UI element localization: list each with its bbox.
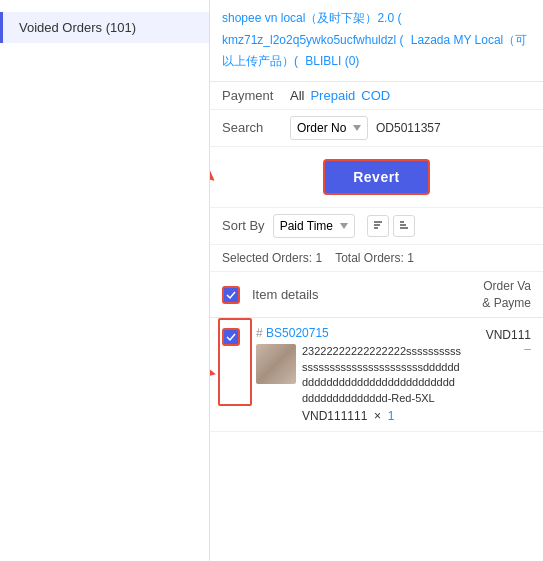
platform-link-shopee[interactable]: shopee vn local（及时下架）2.0 ( <box>222 11 401 25</box>
item-qty: 1 <box>388 409 395 423</box>
sidebar: Voided Orders (101) <box>0 0 210 561</box>
payment-prepaid[interactable]: Prepaid <box>310 88 355 103</box>
item-thumb-image <box>256 344 296 384</box>
payment-cod[interactable]: COD <box>361 88 390 103</box>
sort-select[interactable]: Paid Time <box>273 214 355 238</box>
header-checkbox-col <box>222 286 252 304</box>
order-hash: # <box>256 326 263 340</box>
payment-label: Payment <box>222 88 282 103</box>
total-orders: Total Orders: 1 <box>335 251 414 265</box>
sort-asc-button[interactable] <box>367 215 389 237</box>
revert-arrow <box>210 147 230 207</box>
header-order-value: Order Va & Payme <box>461 278 531 312</box>
table-header: Item details Order Va & Payme <box>210 272 543 319</box>
search-type-select[interactable]: Order No <box>290 116 368 140</box>
search-filter-row: Search Order No OD5011357 <box>210 110 543 147</box>
sidebar-item-label: Voided Orders (101) <box>19 20 136 35</box>
sidebar-item-voided-orders[interactable]: Voided Orders (101) <box>0 12 209 43</box>
header-payment-text: & Payme <box>482 296 531 310</box>
sort-label: Sort By <box>222 218 265 233</box>
header-order-val-text: Order Va <box>483 279 531 293</box>
item-name: 23222222222222222sssssssssssssssssssssss… <box>302 344 461 406</box>
order-id: # BS5020715 <box>256 326 461 340</box>
sort-icons <box>367 215 415 237</box>
search-label: Search <box>222 120 282 135</box>
order-id-value: BS5020715 <box>266 326 329 340</box>
order-vnd-dash: – <box>461 342 531 356</box>
revert-section: Revert revert orders <box>210 147 543 208</box>
header-item-details: Item details <box>252 287 461 302</box>
order-vnd-amount: VND111 <box>461 328 531 342</box>
header-checkbox[interactable] <box>222 286 240 304</box>
item-info: 23222222222222222sssssssssssssssssssssss… <box>302 344 461 423</box>
item-price-value: VND111111 <box>302 409 367 423</box>
sort-desc-button[interactable] <box>393 215 415 237</box>
selected-orders: Selected Orders: 1 <box>222 251 322 265</box>
sort-row: Sort By Paid Time <box>210 208 543 245</box>
table-area: # BS5020715 23222222222222222sssssssssss… <box>210 318 543 432</box>
search-value: OD5011357 <box>376 121 441 135</box>
main-content: shopee vn local（及时下架）2.0 ( kmz71z_l2o2q5… <box>210 0 543 561</box>
order-value-col: VND111 – <box>461 326 531 356</box>
row-checkbox-cell <box>222 326 252 346</box>
platform-link-blibli[interactable]: BLIBLI (0) <box>305 54 359 68</box>
item-price: VND111111 × 1 <box>302 409 461 423</box>
item-thumbnail <box>256 344 296 384</box>
order-details: # BS5020715 23222222222222222sssssssssss… <box>252 326 461 423</box>
table-row: # BS5020715 23222222222222222sssssssssss… <box>210 318 543 432</box>
payment-all[interactable]: All <box>290 88 304 103</box>
revert-button[interactable]: Revert <box>323 159 430 195</box>
item-row: 23222222222222222sssssssssssssssssssssss… <box>256 344 461 423</box>
payment-options: All Prepaid COD <box>290 88 390 103</box>
platform-links: shopee vn local（及时下架）2.0 ( kmz71z_l2o2q5… <box>210 0 543 82</box>
row-checkbox[interactable] <box>222 328 240 346</box>
orders-summary: Selected Orders: 1 Total Orders: 1 <box>210 245 543 272</box>
payment-filter-row: Payment All Prepaid COD <box>210 82 543 110</box>
platform-link-kmz[interactable]: kmz71z_l2o2q5ywko5ucfwhuldzl ( <box>222 33 403 47</box>
